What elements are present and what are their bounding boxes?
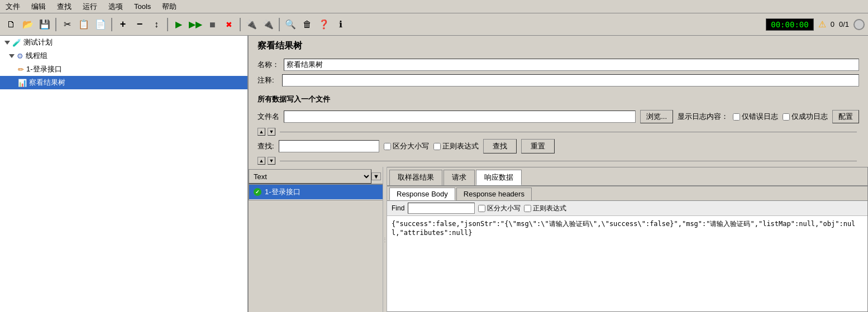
warning-count: 0	[831, 20, 834, 28]
remote-start-button[interactable]: 🔌	[244, 17, 259, 32]
menu-options[interactable]: 选项	[105, 1, 126, 13]
result-item-label: 1-登录接口	[265, 187, 301, 197]
menu-help[interactable]: 帮助	[159, 1, 180, 13]
menu-tools[interactable]: Tools	[131, 1, 154, 12]
reset-button[interactable]: 重置	[521, 139, 555, 153]
open-button[interactable]: 📂	[20, 17, 36, 32]
timer-display: 00:00:00	[766, 18, 813, 31]
find-regex-label[interactable]: 正则表达式	[524, 204, 566, 213]
result-item-login[interactable]: ✓ 1-登录接口	[249, 185, 388, 200]
tree-label-listener: 察看结果树	[29, 78, 65, 88]
tree-panel: 🧪 测试计划 ⚙ 线程组 ✏ 1-登录接口 📊 察看结果树	[0, 36, 249, 312]
response-body: {"success":false,"jsonStr":"{\"msg\":\"请…	[387, 216, 867, 311]
browse-button[interactable]: 浏览...	[640, 110, 673, 123]
drag-handle[interactable]: ⋮	[383, 167, 387, 312]
arrow-up-btn[interactable]: ▲	[257, 128, 265, 136]
menu-run[interactable]: 运行	[79, 1, 101, 13]
config-button[interactable]: 配置	[832, 110, 859, 123]
tree-item-login[interactable]: ✏ 1-登录接口	[0, 63, 247, 76]
file-label: 文件名	[257, 112, 279, 122]
menu-find[interactable]: 查找	[54, 1, 75, 13]
search-row: 查找: 区分大小写 正则表达式 查找 重置	[249, 137, 868, 156]
find-input[interactable]	[408, 203, 475, 214]
panel-title: 察看结果树	[249, 36, 868, 56]
error-log-label: 仅错误日志	[742, 112, 778, 122]
form-area: 名称： 注释:	[249, 56, 868, 92]
case-checkbox[interactable]	[384, 143, 391, 150]
expand-icon	[4, 41, 10, 45]
tree-item-plan[interactable]: 🧪 测试计划	[0, 36, 247, 49]
file-row: 文件名 浏览... 显示日志内容： 仅错误日志 仅成功日志 配置	[249, 107, 868, 127]
sub-tab-response-headers[interactable]: Response headers	[456, 188, 532, 200]
run-button[interactable]: ▶	[171, 17, 187, 32]
menubar: 文件 编辑 查找 运行 选项 Tools 帮助	[0, 0, 868, 13]
case-label: 区分大小写	[393, 141, 429, 151]
search-input[interactable]	[279, 140, 379, 152]
tree-item-thread[interactable]: ⚙ 线程组	[0, 49, 247, 63]
format-dropdown[interactable]: Text RegExp Tester CSS/JQuery Tester XPa…	[249, 169, 371, 184]
clear-button[interactable]: 🗑	[299, 17, 315, 32]
tab-response-data[interactable]: 响应数据	[476, 170, 522, 185]
success-log-checkbox-label[interactable]: 仅成功日志	[783, 112, 828, 122]
dropdown-arrow[interactable]: ▼	[371, 172, 381, 180]
find-case-label[interactable]: 区分大小写	[478, 204, 521, 213]
find-button[interactable]: 查找	[483, 139, 517, 153]
login-icon: ✏	[18, 65, 24, 74]
menu-edit[interactable]: 编辑	[28, 1, 49, 13]
stop-button[interactable]: ⏹	[204, 17, 220, 32]
error-log-checkbox[interactable]	[733, 113, 740, 121]
toolbar-sep-2	[111, 18, 112, 31]
file-input[interactable]	[284, 111, 636, 123]
status-indicator	[853, 19, 865, 30]
arrow-up-btn-2[interactable]: ▲	[257, 157, 265, 165]
toolbar: 🗋 📂 💾 ✂ 📋 📄 + − ↕ ▶ ▶▶ ⏹ ✖ 🔌 🔌 🔍 🗑 ❓ ℹ 0…	[0, 13, 868, 36]
find-label: Find	[392, 204, 404, 212]
dropdown-row: Text RegExp Tester CSS/JQuery Tester XPa…	[249, 167, 383, 184]
error-log-checkbox-label[interactable]: 仅错误日志	[733, 112, 778, 122]
success-log-label: 仅成功日志	[791, 112, 828, 122]
success-log-checkbox[interactable]	[783, 113, 790, 121]
add-button[interactable]: +	[115, 17, 131, 32]
tree-label-login: 1-登录接口	[26, 64, 62, 74]
find-regex-checkbox[interactable]	[524, 205, 531, 212]
tab-sampler-result[interactable]: 取样器结果	[389, 170, 442, 185]
listener-icon: 📊	[18, 79, 27, 87]
new-button[interactable]: 🗋	[3, 17, 19, 32]
info-button[interactable]: ℹ	[333, 17, 349, 32]
remote-stop-button[interactable]: 🔌	[260, 17, 276, 32]
log-label: 显示日志内容：	[678, 112, 728, 122]
sub-tab-response-body[interactable]: Response Body	[389, 188, 455, 200]
save-button[interactable]: 💾	[37, 17, 53, 32]
plan-icon: 🧪	[12, 39, 21, 47]
regex-label: 正则表达式	[442, 141, 479, 151]
progress-display: 0/1	[839, 20, 849, 28]
stop-now-button[interactable]: ✖	[221, 17, 237, 32]
name-row: 名称：	[257, 59, 859, 71]
remove-button[interactable]: −	[132, 17, 147, 32]
move-button[interactable]: ↕	[149, 17, 164, 32]
menu-file[interactable]: 文件	[2, 1, 23, 13]
run-all-button[interactable]: ▶▶	[188, 17, 203, 32]
search-btn[interactable]: 🔍	[283, 17, 298, 32]
help-button[interactable]: ❓	[316, 17, 332, 32]
copy-button[interactable]: 📋	[76, 17, 92, 32]
search-label: 查找:	[257, 141, 274, 151]
regex-checkbox[interactable]	[433, 143, 441, 150]
comment-input[interactable]	[282, 74, 859, 87]
tree-label-thread: 线程组	[26, 51, 47, 61]
regex-checkbox-label[interactable]: 正则表达式	[433, 141, 479, 151]
arrow-down-btn[interactable]: ▼	[268, 128, 275, 136]
toolbar-sep-5	[279, 18, 280, 31]
find-case-checkbox[interactable]	[478, 205, 485, 212]
tree-item-listener[interactable]: 📊 察看结果树	[0, 76, 247, 89]
success-icon: ✓	[254, 188, 261, 196]
case-checkbox-label[interactable]: 区分大小写	[384, 141, 429, 151]
right-panel: 察看结果树 名称： 注释: 所有数据写入一个文件 文件名 浏览... 显示日志内…	[249, 36, 868, 312]
paste-button[interactable]: 📄	[93, 17, 108, 32]
tab-request[interactable]: 请求	[443, 170, 475, 185]
name-input[interactable]	[284, 59, 859, 71]
arrow-down-btn-2[interactable]: ▼	[268, 157, 275, 165]
result-panel: 取样器结果 请求 响应数据 Response Body Response hea…	[387, 167, 868, 312]
main-layout: 🧪 测试计划 ⚙ 线程组 ✏ 1-登录接口 📊 察看结果树 察看结果树 名称：	[0, 36, 868, 312]
cut-button[interactable]: ✂	[59, 17, 75, 32]
